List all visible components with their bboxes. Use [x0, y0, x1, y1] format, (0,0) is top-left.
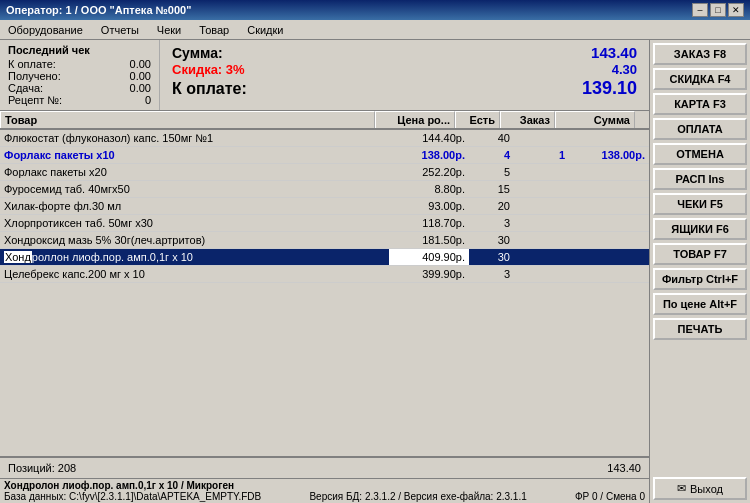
product-table-container: Товар Цена ро... Есть Заказ Сумма Флюкос… [0, 111, 649, 456]
cell-sum [569, 266, 649, 282]
menu-item-оборудование[interactable]: Оборудование [4, 23, 87, 37]
status-bar: Хондролон лиоф.пор. амп.0,1г х 10 / Микр… [0, 478, 649, 503]
bottom-status: Позиций: 208 143.40 [0, 456, 649, 478]
cell-qty: 15 [469, 181, 514, 197]
table-row[interactable]: Хондроксид мазь 5% 30г(леч.артритов)181.… [0, 232, 649, 249]
menu-item-товар[interactable]: Товар [195, 23, 233, 37]
cell-price: 138.00р. [389, 147, 469, 163]
change-val: 0.00 [130, 82, 151, 94]
btn-print-ins[interactable]: РАСП Ins [653, 168, 747, 190]
window-controls: – □ ✕ [692, 3, 744, 17]
positions-count: Позиций: 208 [8, 462, 76, 474]
cell-sum [569, 198, 649, 214]
cell-sum [569, 164, 649, 180]
received-label: Получено: [8, 70, 61, 82]
cell-order [514, 198, 569, 214]
last-check-row-3: Сдача: 0.00 [8, 82, 151, 94]
cell-sum [569, 249, 649, 265]
cell-order [514, 266, 569, 282]
received-val: 0.00 [130, 70, 151, 82]
topay-main-value: 139.10 [582, 78, 637, 99]
last-check-title: Последний чек [8, 44, 151, 56]
menu-item-отчеты[interactable]: Отчеты [97, 23, 143, 37]
cell-price: 144.40р. [389, 130, 469, 146]
window-title: Оператор: 1 / ООО "Аптека №000" [6, 4, 191, 16]
btn-by-price[interactable]: По цене Alt+F [653, 293, 747, 315]
status-row2: База данных: C:\fyv\[2.3.1.1]\Data\APTEK… [4, 491, 645, 502]
btn-card[interactable]: КАРТА F3 [653, 93, 747, 115]
table-row[interactable]: Фуросемид таб. 40мгх508.80р.15 [0, 181, 649, 198]
col-price: Цена ро... [375, 111, 455, 128]
cell-price: 118.70р. [389, 215, 469, 231]
exit-button[interactable]: ✉ Выход [653, 477, 747, 500]
left-panel: Последний чек К оплате: 0.00 Получено: 0… [0, 40, 650, 503]
cell-qty: 4 [469, 147, 514, 163]
version-info: Версия БД: 2.3.1.2 / Версия exe-файла: 2… [309, 491, 526, 502]
maximize-button[interactable]: □ [710, 3, 726, 17]
main-container: Последний чек К оплате: 0.00 Получено: 0… [0, 40, 750, 503]
btn-filter[interactable]: Фильтр Ctrl+F [653, 268, 747, 290]
discount-value: 4.30 [612, 62, 637, 77]
cell-sum [569, 181, 649, 197]
cell-order [514, 130, 569, 146]
cell-sum [569, 232, 649, 248]
summary-section: Сумма: 143.40 Скидка: 3% 4.30 К оплате: … [160, 40, 649, 110]
info-section: Последний чек К оплате: 0.00 Получено: 0… [0, 40, 649, 111]
menu-item-чеки[interactable]: Чеки [153, 23, 185, 37]
topay-val: 0.00 [130, 58, 151, 70]
table-row[interactable]: Хилак-форте фл.30 мл93.00р.20 [0, 198, 649, 215]
table-body: Флюкостат (флуконазол) капс. 150мг №1144… [0, 130, 649, 456]
table-row[interactable]: Хондроллон лиоф.пор. амп.0,1г х 10409.90… [0, 249, 649, 266]
bottom-total: 143.40 [607, 462, 641, 474]
sum-row: Сумма: 143.40 [172, 44, 637, 61]
cell-product-name: Хондроксид мазь 5% 30г(леч.артритов) [0, 232, 389, 248]
cell-price: 409.90р. [389, 249, 469, 265]
close-button[interactable]: ✕ [728, 3, 744, 17]
col-name: Товар [0, 111, 375, 128]
cell-qty: 3 [469, 215, 514, 231]
recipe-label: Рецепт №: [8, 94, 62, 106]
cell-product-name: Флюкостат (флуконазол) капс. 150мг №1 [0, 130, 389, 146]
cell-sum: 138.00р. [569, 147, 649, 163]
cell-price: 93.00р. [389, 198, 469, 214]
btn-order[interactable]: ЗАКАЗ F8 [653, 43, 747, 65]
db-path: База данных: C:\fyv\[2.3.1.1]\Data\APTEK… [4, 491, 261, 502]
cell-product-name: Целебрекс капс.200 мг х 10 [0, 266, 389, 282]
btn-drawers[interactable]: ЯЩИКИ F6 [653, 218, 747, 240]
cell-qty: 20 [469, 198, 514, 214]
cell-order: 1 [514, 147, 569, 163]
table-row[interactable]: Форлакс пакеты х10138.00р.41138.00р. [0, 147, 649, 164]
last-check-row-1: К оплате: 0.00 [8, 58, 151, 70]
cell-qty: 40 [469, 130, 514, 146]
topay-row: К оплате: 139.10 [172, 78, 637, 99]
table-row[interactable]: Флюкостат (флуконазол) капс. 150мг №1144… [0, 130, 649, 147]
btn-cancel[interactable]: ОТМЕНА [653, 143, 747, 165]
table-row[interactable]: Форлакс пакеты х20252.20р.5 [0, 164, 649, 181]
btn-print[interactable]: ПЕЧАТЬ [653, 318, 747, 340]
cell-product-name: Хондроллон лиоф.пор. амп.0,1г х 10 [0, 249, 389, 265]
discount-row: Скидка: 3% 4.30 [172, 62, 637, 77]
last-check-row-2: Получено: 0.00 [8, 70, 151, 82]
topay-label: К оплате: [8, 58, 56, 70]
cell-product-name: Форлакс пакеты х10 [0, 147, 389, 163]
cell-order [514, 249, 569, 265]
menu-bar: ОборудованиеОтчетыЧекиТоварСкидки [0, 20, 750, 40]
right-panel: ЗАКАЗ F8СКИДКА F4КАРТА F3ОПЛАТАОТМЕНАРАС… [650, 40, 750, 503]
btn-checks[interactable]: ЧЕКИ F5 [653, 193, 747, 215]
cell-sum [569, 215, 649, 231]
btn-goods[interactable]: ТОВАР F7 [653, 243, 747, 265]
table-row[interactable]: Хлорпротиксен таб. 50мг х30118.70р.3 [0, 215, 649, 232]
status-product-name: Хондролон лиоф.пор. амп.0,1г х 10 / Микр… [4, 480, 645, 491]
cell-qty: 30 [469, 249, 514, 265]
cell-product-name: Форлакс пакеты х20 [0, 164, 389, 180]
cell-sum [569, 130, 649, 146]
cell-order [514, 215, 569, 231]
cell-price: 181.50р. [389, 232, 469, 248]
table-row[interactable]: Целебрекс капс.200 мг х 10399.90р.3 [0, 266, 649, 283]
cell-price: 8.80р. [389, 181, 469, 197]
btn-discount[interactable]: СКИДКА F4 [653, 68, 747, 90]
minimize-button[interactable]: – [692, 3, 708, 17]
title-bar: Оператор: 1 / ООО "Аптека №000" – □ ✕ [0, 0, 750, 20]
menu-item-скидки[interactable]: Скидки [243, 23, 287, 37]
btn-pay[interactable]: ОПЛАТА [653, 118, 747, 140]
